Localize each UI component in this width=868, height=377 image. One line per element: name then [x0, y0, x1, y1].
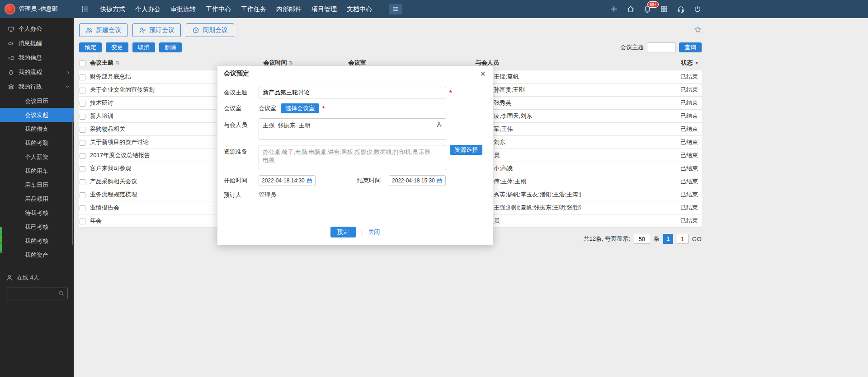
sort-icon[interactable]: ⇅ — [115, 60, 119, 65]
person-add-icon[interactable] — [436, 121, 443, 128]
topbar-actions: 99+ — [610, 5, 702, 13]
select-all-checkbox[interactable] — [80, 61, 85, 66]
resources-textarea[interactable]: 办公桌;椅子;电脑;电脑桌;讲台;黑板;投影仪;数据线;打印机;显示器;电视 — [259, 145, 446, 170]
row-checkbox[interactable] — [80, 127, 85, 133]
home-icon[interactable] — [627, 5, 635, 13]
meeting-subject-cell: 产品采购相关会议 — [90, 177, 235, 186]
status-cell: 已结束 — [581, 125, 702, 133]
sidebar-submenu: 会议日历 会议发起 我的借支 我的考勤 个人薪资 我的用车 用车日历 用品领用 … — [0, 94, 74, 262]
sidebar-subitem[interactable]: 会议发起 — [0, 108, 74, 122]
search-button[interactable]: 查询 — [679, 42, 702, 52]
top-nav-item[interactable]: 内部邮件 — [271, 0, 307, 18]
status-cell: 已结束 — [581, 191, 702, 199]
sidebar-item-my-info[interactable]: 我的信息 — [0, 51, 74, 65]
sidebar-subitem[interactable]: 会议日历 — [0, 94, 74, 108]
sidebar-subitem[interactable]: 我的资产 — [0, 248, 74, 262]
go-button[interactable]: GO — [692, 236, 702, 242]
status-cell: 已结束 — [581, 151, 702, 159]
delete-button[interactable]: 删除 — [159, 42, 182, 52]
top-nav-item[interactable]: 审批流转 — [165, 0, 201, 18]
row-checkbox[interactable] — [80, 74, 85, 80]
sidebar-subitem[interactable]: 我的用车 — [0, 164, 74, 178]
row-checkbox[interactable] — [80, 114, 85, 120]
add-icon[interactable] — [610, 5, 618, 13]
sidebar-item-my-workflow[interactable]: 我的流程 › — [0, 65, 74, 79]
row-checkbox[interactable] — [80, 140, 85, 146]
row-checkbox[interactable] — [80, 192, 85, 198]
top-nav-item[interactable]: 项目管理 — [307, 0, 342, 18]
column-subject[interactable]: 会议主题⇅ — [90, 59, 235, 67]
change-button[interactable]: 变更 — [106, 42, 128, 52]
sidebar-subitem[interactable]: 我的借支 — [0, 122, 74, 136]
meeting-subject-cell: 采购物品相关 — [90, 125, 235, 133]
row-checkbox[interactable] — [80, 88, 85, 93]
row-checkbox[interactable] — [80, 153, 85, 159]
meeting-subject-cell: 新人培训 — [90, 112, 235, 120]
meeting-subject-filter-input[interactable] — [647, 42, 676, 52]
close-link[interactable]: 关闭 — [368, 228, 380, 236]
sidebar-item-message-reminder[interactable]: 消息提醒 — [0, 36, 74, 51]
more-menu-icon[interactable] — [389, 4, 402, 14]
sidebar-item-my-admin[interactable]: 我的行政 › — [0, 79, 74, 94]
sidebar: 个人办公 消息提醒 我的信息 我的流程 › 我的行政 › — [0, 18, 74, 377]
meeting-subject-cell: 关于新项目的资产讨论 — [90, 138, 235, 146]
close-icon[interactable]: × — [479, 69, 486, 78]
sidebar-subitem[interactable]: 我的考核 — [0, 234, 74, 248]
sidebar-subitem[interactable]: 待我考核 — [0, 206, 74, 220]
sidebar-subitem[interactable]: 我的考勤 — [0, 136, 74, 150]
cycle-meeting-button[interactable]: 周期会议 — [186, 23, 234, 37]
app-window: 管理员 -信息部 快捷方式个人办公审批流转工作中心工作任务内部邮件项目管理文档中… — [0, 0, 868, 377]
clock-icon — [192, 27, 199, 34]
sidebar-bottom: 在线 4人 — [0, 274, 74, 299]
notifications-icon[interactable]: 99+ — [643, 5, 651, 13]
sidebar-scrollbar[interactable] — [72, 114, 73, 245]
confirm-book-button[interactable]: 预定 — [330, 227, 356, 237]
sidebar-search — [6, 288, 68, 299]
attendees-textarea[interactable]: 王强 张振东 王明 — [259, 118, 446, 140]
current-page-button[interactable]: 1 — [663, 234, 673, 244]
row-checkbox[interactable] — [80, 219, 85, 224]
sidebar-subitem[interactable]: 个人薪资 — [0, 150, 74, 164]
calendar-icon — [437, 178, 443, 184]
book-meeting-button[interactable]: 预订会议 — [132, 23, 181, 37]
subject-input[interactable] — [259, 87, 446, 98]
end-time-input[interactable]: 2022-04-18 15:30 — [389, 175, 446, 186]
column-status[interactable]: 状态▾ — [581, 59, 702, 67]
start-time-label: 开始时间 — [224, 177, 259, 185]
per-page-input[interactable] — [634, 234, 650, 244]
status-cell: 已结束 — [581, 217, 702, 225]
sidebar-subitem[interactable]: 用车日历 — [0, 178, 74, 192]
top-nav-item[interactable]: 工作中心 — [201, 0, 236, 18]
meeting-subject-cell: 技术研讨 — [90, 99, 235, 107]
choose-resources-button[interactable]: 资源选择 — [450, 145, 482, 155]
row-checkbox[interactable] — [80, 205, 85, 211]
top-nav-item[interactable]: 快捷方式 — [95, 0, 130, 18]
book-button[interactable]: 预定 — [79, 42, 102, 52]
start-time-value: 2022-04-18 14:30 — [262, 177, 305, 184]
sidebar-subitem[interactable]: 我已考核 — [0, 220, 74, 234]
search-icon[interactable] — [58, 290, 64, 296]
top-nav-item[interactable]: 个人办公 — [130, 0, 165, 18]
filter-caret-icon[interactable]: ▾ — [695, 60, 698, 65]
top-nav-item[interactable]: 工作任务 — [236, 0, 271, 18]
apps-grid-icon[interactable] — [660, 5, 668, 13]
sort-icon[interactable]: ⇅ — [288, 60, 292, 65]
jump-page-input[interactable] — [677, 234, 689, 244]
menu-toggle-icon[interactable] — [80, 5, 90, 14]
attendees-value: 王强 张振东 王明 — [263, 122, 310, 129]
favorite-star-icon[interactable] — [694, 26, 702, 35]
power-icon[interactable] — [693, 5, 702, 13]
row-checkbox[interactable] — [80, 179, 85, 185]
row-checkbox[interactable] — [80, 166, 85, 172]
brand[interactable]: 管理员 -信息部 — [5, 4, 73, 14]
start-time-input[interactable]: 2022-04-18 14:30 — [259, 175, 316, 186]
top-nav-item[interactable]: 文档中心 — [342, 0, 377, 18]
meeting-subject-cell: 2017年度会议总结报告 — [90, 151, 235, 159]
cancel-button[interactable]: 取消 — [132, 42, 155, 52]
sidebar-item-personal-office[interactable]: 个人办公 — [0, 22, 74, 36]
choose-room-button[interactable]: 选择会议室 — [281, 103, 319, 113]
row-checkbox[interactable] — [80, 101, 85, 107]
headset-icon[interactable] — [677, 5, 685, 13]
sidebar-subitem[interactable]: 用品领用 — [0, 192, 74, 206]
new-meeting-button[interactable]: 新建会议 — [79, 23, 127, 37]
